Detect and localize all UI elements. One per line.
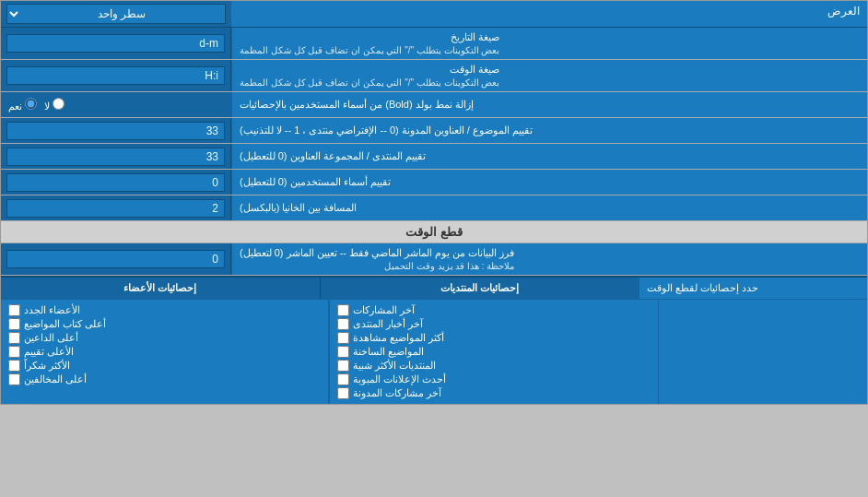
checkbox-col2: الأعضاء الجدد أعلى كتاب المواضيع أعلى ال… bbox=[1, 300, 329, 404]
gap-title: المسافة بين الخانيا (بالبكسل) bbox=[240, 202, 358, 214]
date-format-row: صيغة التاريخ بعض التكوينات يتطلب "/" الت… bbox=[1, 28, 867, 60]
checkbox-top-referrers[interactable] bbox=[8, 332, 20, 344]
realtime-input[interactable] bbox=[6, 250, 225, 268]
date-format-input-wrapper bbox=[1, 28, 231, 59]
header-title: العرض bbox=[827, 5, 860, 18]
checkbox-item: أعلى المخالفين bbox=[8, 373, 321, 386]
col1-header: إحصائيات المنتديات bbox=[321, 278, 639, 299]
checkbox-label-spacer bbox=[658, 300, 867, 404]
gap-label: المسافة بين الخانيا (بالبكسل) bbox=[231, 195, 867, 220]
bold-remove-label: إزالة نمط بولد (Bold) من أسماء المستخدمي… bbox=[231, 92, 867, 117]
gap-row: المسافة بين الخانيا (بالبكسل) bbox=[1, 195, 867, 221]
checkbox-item: أعلى الداعين bbox=[8, 331, 321, 345]
topic-ordering-title: تقييم الموضوع / العناوين المدونة (0 -- ا… bbox=[240, 124, 533, 136]
radio-yes[interactable] bbox=[25, 98, 37, 110]
checkbox-latest-classifieds[interactable] bbox=[337, 373, 349, 385]
date-format-hint: بعض التكوينات يتطلب "/" التي يمكن ان تضا… bbox=[240, 45, 499, 55]
date-format-input[interactable] bbox=[6, 34, 225, 53]
gap-input[interactable] bbox=[6, 199, 225, 218]
checkbox-most-thanked[interactable] bbox=[8, 360, 20, 372]
topic-ordering-label: تقييم الموضوع / العناوين المدونة (0 -- ا… bbox=[231, 118, 867, 143]
forum-ordering-input-wrapper bbox=[1, 144, 231, 169]
checkbox-top-posters[interactable] bbox=[8, 318, 20, 330]
realtime-section-header: قطع الوقت bbox=[1, 221, 867, 243]
checkbox-latest-posts[interactable] bbox=[337, 304, 349, 316]
checkboxes-section: حدد إحصائيات لقطع الوقت إحصائيات المنتدي… bbox=[1, 276, 867, 404]
usernames-ordering-input[interactable] bbox=[6, 173, 225, 192]
forum-ordering-title: تقييم المنتدى / المجموعة العناوين (0 للت… bbox=[240, 150, 426, 162]
time-format-title: صيغة الوقت bbox=[240, 64, 499, 76]
col2-header: إحصائيات الأعضاء bbox=[1, 278, 321, 299]
time-format-row: صيغة الوقت بعض التكوينات يتطلب "/" التي … bbox=[1, 60, 867, 92]
limit-label: حدد إحصائيات لقطع الوقت bbox=[639, 278, 867, 299]
radio-no-label: لا bbox=[44, 98, 65, 112]
radio-no[interactable] bbox=[53, 98, 65, 110]
checkbox-most-viewed[interactable] bbox=[337, 332, 349, 344]
time-format-input[interactable] bbox=[6, 66, 225, 85]
usernames-ordering-row: تقييم أسماء المستخدمين (0 للتعطيل) bbox=[1, 170, 867, 195]
checkbox-col1: آخر المشاركات آخر أخبار المنتدى أكثر الم… bbox=[329, 300, 657, 404]
time-format-input-wrapper bbox=[1, 60, 231, 91]
checkbox-item: الأكثر شكراً bbox=[8, 359, 321, 373]
checkbox-new-members[interactable] bbox=[8, 304, 20, 316]
usernames-ordering-label: تقييم أسماء المستخدمين (0 للتعطيل) bbox=[231, 170, 867, 195]
realtime-label: فرز البيانات من يوم الماشر الماضي فقط --… bbox=[231, 243, 867, 275]
header-row: العرض سطر واحد سطرين ثلاثة أسطر bbox=[1, 1, 867, 28]
forum-ordering-row: تقييم المنتدى / المجموعة العناوين (0 للت… bbox=[1, 144, 867, 170]
checkbox-item: المنتديات الأكثر شبية bbox=[337, 359, 650, 373]
checkbox-item: أعلى كتاب المواضيع bbox=[8, 317, 321, 331]
realtime-title: فرز البيانات من يوم الماشر الماضي فقط --… bbox=[240, 247, 514, 259]
bold-remove-options: لا نعم bbox=[1, 92, 231, 117]
topic-ordering-row: تقييم الموضوع / العناوين المدونة (0 -- ا… bbox=[1, 118, 867, 144]
checkbox-top-rated[interactable] bbox=[8, 346, 20, 358]
time-format-hint: بعض التكوينات يتطلب "/" التي يمكن ان تضا… bbox=[240, 77, 499, 88]
checkbox-item: آخر المشاركات bbox=[337, 303, 650, 317]
radio-yes-label: نعم bbox=[8, 98, 37, 112]
checkbox-item: الأعضاء الجدد bbox=[8, 303, 321, 317]
checkbox-item: آخر مشاركات المدونة bbox=[337, 386, 650, 400]
checkbox-popular-forums[interactable] bbox=[337, 360, 349, 372]
realtime-section-title: قطع الوقت bbox=[405, 225, 463, 239]
forum-ordering-input[interactable] bbox=[6, 148, 225, 166]
realtime-hint: ملاحظة : هذا قد يزيد وقت التحميل bbox=[240, 261, 514, 271]
checkbox-item: آخر أخبار المنتدى bbox=[337, 317, 650, 331]
checkbox-hot-topics[interactable] bbox=[337, 346, 349, 358]
topic-ordering-input[interactable] bbox=[6, 122, 225, 140]
usernames-ordering-input-wrapper bbox=[1, 170, 231, 195]
checkbox-item: المواضيع الساخنة bbox=[337, 345, 650, 359]
display-mode-select[interactable]: سطر واحد سطرين ثلاثة أسطر bbox=[6, 4, 226, 24]
checkbox-top-violators[interactable] bbox=[8, 373, 20, 385]
checkbox-headers-row: حدد إحصائيات لقطع الوقت إحصائيات المنتدي… bbox=[1, 278, 867, 300]
topic-ordering-input-wrapper bbox=[1, 118, 231, 143]
header-select-wrapper: سطر واحد سطرين ثلاثة أسطر bbox=[1, 1, 231, 27]
time-format-label: صيغة الوقت بعض التكوينات يتطلب "/" التي … bbox=[231, 60, 867, 91]
usernames-ordering-title: تقييم أسماء المستخدمين (0 للتعطيل) bbox=[240, 176, 391, 188]
gap-input-wrapper bbox=[1, 195, 231, 220]
checkbox-item: الأعلى تقييم bbox=[8, 345, 321, 359]
date-format-label: صيغة التاريخ بعض التكوينات يتطلب "/" الت… bbox=[231, 28, 867, 59]
realtime-row: فرز البيانات من يوم الماشر الماضي فقط --… bbox=[1, 243, 867, 276]
checkbox-latest-blog[interactable] bbox=[337, 387, 349, 399]
forum-ordering-label: تقييم المنتدى / المجموعة العناوين (0 للت… bbox=[231, 144, 867, 169]
checkbox-latest-news[interactable] bbox=[337, 318, 349, 330]
checkbox-item: أحدث الإعلانات المبوبة bbox=[337, 373, 650, 386]
realtime-input-wrapper bbox=[1, 243, 231, 275]
header-label: العرض bbox=[231, 1, 867, 27]
checkbox-col-headers: إحصائيات المنتديات إحصائيات الأعضاء bbox=[1, 278, 639, 299]
date-format-title: صيغة التاريخ bbox=[240, 31, 499, 43]
checkbox-item: أكثر المواضيع مشاهدة bbox=[337, 331, 650, 345]
checkbox-items-container: آخر المشاركات آخر أخبار المنتدى أكثر الم… bbox=[1, 300, 867, 404]
bold-remove-row: إزالة نمط بولد (Bold) من أسماء المستخدمي… bbox=[1, 92, 867, 118]
bold-remove-title: إزالة نمط بولد (Bold) من أسماء المستخدمي… bbox=[240, 99, 474, 111]
